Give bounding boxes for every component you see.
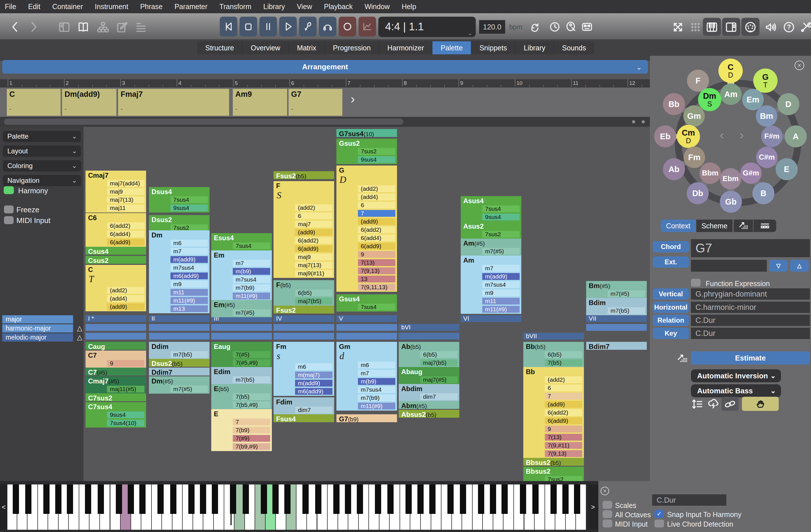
chord-extension-maj7(b5)[interactable]: maj7(b5) xyxy=(295,298,333,304)
live-chord-checkbox[interactable] xyxy=(654,519,664,528)
piano-black-key[interactable] xyxy=(417,484,424,514)
roman-row-bVI[interactable]: bVI xyxy=(399,324,459,331)
palette-chord-E(b5)[interactable]: E(b5)7(b5)7(b5,#9) xyxy=(211,384,272,409)
wheel-chord-C[interactable]: CD xyxy=(718,59,743,83)
chord-extension-maj9[interactable]: maj9 xyxy=(107,188,144,195)
roman-row-IV[interactable]: IV xyxy=(274,315,334,322)
chord-extension-m(b9)[interactable]: m(b9) xyxy=(358,378,395,385)
palette-chord-Am(#5)[interactable]: Am(#5)m7(#5) xyxy=(461,238,521,256)
wheel-chord-G#m[interactable]: G#m xyxy=(740,162,762,184)
palette-chord-Cmaj7[interactable]: Cmaj7maj7(add4)maj9maj7(13)maj11 xyxy=(86,171,146,213)
wheel-prev-arrow[interactable]: ‹ xyxy=(720,128,724,142)
menu-item-file[interactable]: File xyxy=(0,2,22,11)
piano-black-key[interactable] xyxy=(139,484,146,514)
chord-extension-maj11(#5)[interactable]: maj11(#5) xyxy=(107,386,144,392)
roman-row[interactable] xyxy=(86,324,146,331)
palette-chord-Gm[interactable]: Gmdm6m7m(b9)m7sus4m7(b9)m11(#9) xyxy=(336,342,397,411)
palette-chord-G7(b9)[interactable]: G7(b9) xyxy=(336,414,397,422)
piano-black-key[interactable] xyxy=(188,484,195,514)
palette-chord-C7[interactable]: C79 xyxy=(86,350,146,368)
wheel-chord-Ab[interactable]: Ab xyxy=(663,158,685,180)
chord-extension-m7[interactable]: m7 xyxy=(170,248,208,255)
palette-chord-Em(#5)[interactable]: Em(#5)m7(#5) xyxy=(211,300,272,317)
chord-extension-7(b9,#9)[interactable]: 7(b9,#9) xyxy=(233,443,270,450)
chord-extension-6(add4)[interactable]: 6(add4) xyxy=(107,231,144,237)
roman-row-bVII[interactable]: bVII xyxy=(523,333,584,340)
wheel-chord-Am[interactable]: Am xyxy=(720,83,741,105)
chord-label-button[interactable]: Chord xyxy=(653,241,689,252)
chord-extension-(add2)[interactable]: (add2) xyxy=(358,185,395,192)
piano-black-key[interactable] xyxy=(67,484,73,514)
wheel-chord-Cm[interactable]: CmD xyxy=(677,125,700,148)
back-arrow-icon[interactable] xyxy=(9,20,21,33)
link-icon[interactable] xyxy=(724,398,736,410)
expand-icon[interactable] xyxy=(672,21,684,33)
roman-row[interactable] xyxy=(274,324,334,331)
chord-extension-m6[interactable]: m6 xyxy=(295,363,333,370)
palette-chord-C[interactable]: CT(add2)(add4)(add9) xyxy=(86,265,146,311)
ext-up-button[interactable]: △ xyxy=(790,260,809,272)
chord-extension-(add2)[interactable]: (add2) xyxy=(107,287,144,294)
chord-extension-m11(#9)[interactable]: m11(#9) xyxy=(170,297,208,304)
piano-black-key[interactable] xyxy=(116,484,122,514)
chord-extension-6(add2)[interactable]: 6(add2) xyxy=(295,237,333,244)
chord-extension-7sus2[interactable]: 7sus2 xyxy=(358,148,395,155)
piano-black-key[interactable] xyxy=(447,484,454,514)
chord-extension-m(add9)[interactable]: m(add9) xyxy=(482,273,520,280)
piano-black-key[interactable] xyxy=(490,484,496,514)
harmony-led[interactable] xyxy=(4,186,14,194)
keyboard-scroll-left[interactable]: < xyxy=(0,484,7,530)
chord-extension-m11(#9)[interactable]: m11(#9) xyxy=(482,306,520,313)
scale-item-harmonic-major[interactable]: harmonic-major xyxy=(2,324,73,332)
updown-icon[interactable] xyxy=(691,398,703,410)
chord-block-G7[interactable]: G7- xyxy=(289,89,342,116)
palette-chord-Dsus4[interactable]: Dsus47sus49sus4 xyxy=(149,187,210,213)
palette-chord-Abdim[interactable]: Abdimdim7 xyxy=(399,384,459,401)
chord-extension-(add9)[interactable]: (add9) xyxy=(358,218,395,225)
wheel-chord-Gm[interactable]: Gm xyxy=(683,105,705,127)
roman-row-I*[interactable]: I * xyxy=(86,315,146,322)
chord-extension-7sus4[interactable]: 7sus4 xyxy=(358,304,395,310)
inspector-label-key[interactable]: Key xyxy=(653,328,689,339)
chord-extension-6[interactable]: 6 xyxy=(545,385,582,391)
palette-chord-Abaug[interactable]: Abaugmaj7(#5) xyxy=(399,367,459,384)
chord-extension-(add2)[interactable]: (add2) xyxy=(545,376,582,383)
chord-extension-m7sus4[interactable]: m7sus4 xyxy=(233,276,270,283)
chord-extension-(add9)[interactable]: (add9) xyxy=(295,229,333,236)
menu-item-parameter[interactable]: Parameter xyxy=(168,2,214,11)
piano-black-key[interactable] xyxy=(13,484,19,514)
menu-item-transform[interactable]: Transform xyxy=(214,2,257,11)
chord-extension-7(b9)[interactable]: 7(b9) xyxy=(233,427,270,434)
tape-icon[interactable] xyxy=(581,21,593,33)
palette-chord-Csus4[interactable]: Csus4 xyxy=(86,247,146,255)
palette-chord-Fsus2[interactable]: Fsus2 xyxy=(274,306,334,314)
piano-black-key[interactable] xyxy=(562,484,569,514)
palette-chord-Em[interactable]: Emm7m(b9)m7sus4m7(b9)m11(#9) xyxy=(211,250,272,300)
wheel-chord-Bbm[interactable]: Bbm xyxy=(700,162,721,184)
piano-black-key[interactable] xyxy=(357,484,363,514)
piano-black-key[interactable] xyxy=(284,484,291,514)
headphones-button[interactable] xyxy=(319,17,336,36)
microphone-button[interactable] xyxy=(299,17,317,36)
roman-row[interactable] xyxy=(211,324,272,331)
chord-extension-6(b5)[interactable]: 6(b5) xyxy=(545,351,582,358)
chord-extension-6(b5)[interactable]: 6(b5) xyxy=(420,351,458,358)
chord-extension-m7(#5)[interactable]: m7(#5) xyxy=(233,309,270,316)
chord-extension-m9[interactable]: m9 xyxy=(482,290,520,296)
help-icon[interactable]: ? xyxy=(783,21,795,33)
menu-item-edit[interactable]: Edit xyxy=(22,2,46,11)
piano-black-key[interactable] xyxy=(200,484,206,514)
inspector-field-vertical[interactable]: G.phrygian-dominant xyxy=(691,288,810,300)
tab-structure[interactable]: Structure xyxy=(197,41,242,54)
wheel-next-arrow[interactable]: › xyxy=(740,128,744,142)
palette-chord-Esus4[interactable]: Esus47sus4 xyxy=(211,233,272,250)
piano-black-key[interactable] xyxy=(532,484,539,514)
sidebar-dropdown-coloring[interactable]: Coloring⌄ xyxy=(3,160,81,171)
menu-item-instrument[interactable]: Instrument xyxy=(89,2,134,11)
split-view-icon[interactable] xyxy=(58,21,71,33)
chord-extension-m6(add9)[interactable]: m6(add9) xyxy=(295,388,333,395)
wheel-chord-D[interactable]: D xyxy=(777,93,799,115)
chord-extension-m6(add9)[interactable]: m6(add9) xyxy=(170,272,208,279)
palette-chord-Absus2(b5)[interactable]: Absus2(b5) xyxy=(399,410,459,418)
dropdown-automatic-bass[interactable]: Automatic Bass⌄ xyxy=(691,384,781,397)
